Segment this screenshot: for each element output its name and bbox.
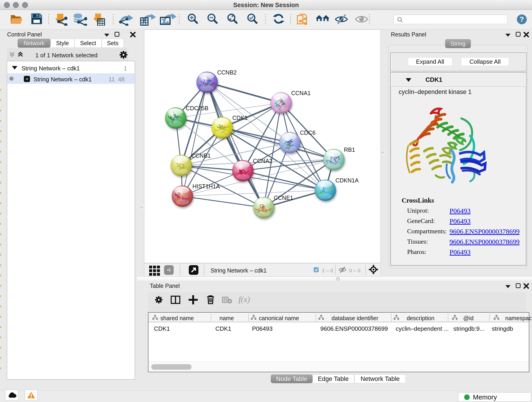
svg-text:CCNE1: CCNE1: [274, 195, 293, 201]
svg-text:CCNB2: CCNB2: [217, 69, 237, 76]
svg-text:CCNA2: CCNA2: [253, 158, 272, 164]
svg-text:CDC6: CDC6: [300, 129, 316, 136]
svg-text:CCNB1: CCNB1: [191, 153, 211, 159]
svg-text:CDKN1A: CDKN1A: [336, 177, 359, 184]
svg-text:HIST1H1A: HIST1H1A: [192, 183, 220, 190]
svg-text:CDC25B: CDC25B: [186, 105, 209, 111]
svg-text:CCNA1: CCNA1: [291, 90, 311, 96]
svg-text:CDK1: CDK1: [232, 115, 248, 121]
svg-text:RB1: RB1: [344, 147, 355, 153]
